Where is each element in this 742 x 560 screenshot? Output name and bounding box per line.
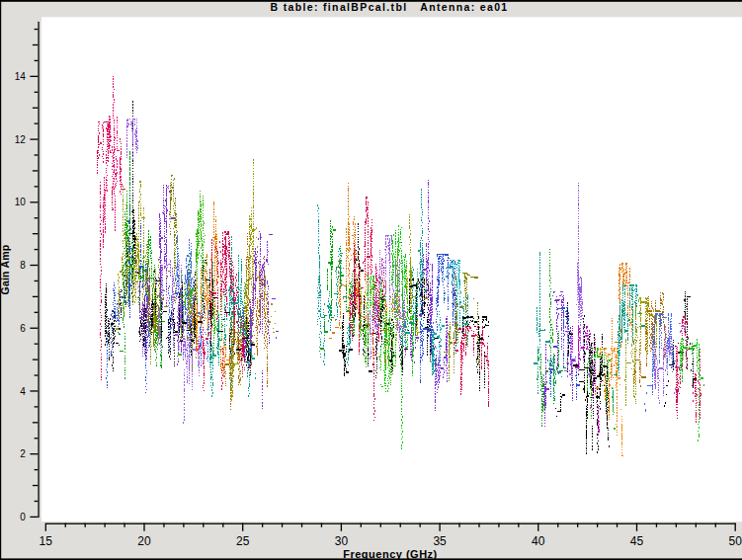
svg-text:10: 10 [15,197,27,207]
svg-text:45: 45 [630,534,644,548]
svg-text:20: 20 [137,534,151,548]
svg-text:14: 14 [15,71,27,82]
svg-text:12: 12 [15,134,27,145]
svg-text:35: 35 [433,534,447,548]
svg-text:B table: finalBPcal.tbl Ante: B table: finalBPcal.tbl Antenna: ea01 [270,1,508,13]
svg-text:Gain Amp: Gain Amp [0,245,11,295]
svg-text:2: 2 [20,448,26,459]
svg-text:25: 25 [236,534,250,548]
svg-text:40: 40 [532,534,545,548]
svg-text:Frequency (GHz): Frequency (GHz) [343,548,438,560]
svg-text:50: 50 [729,534,742,548]
svg-text:15: 15 [40,534,53,548]
svg-text:4: 4 [20,386,26,397]
svg-text:8: 8 [20,260,26,271]
svg-text:0: 0 [20,512,26,522]
svg-text:30: 30 [335,534,349,548]
svg-text:6: 6 [20,323,26,334]
